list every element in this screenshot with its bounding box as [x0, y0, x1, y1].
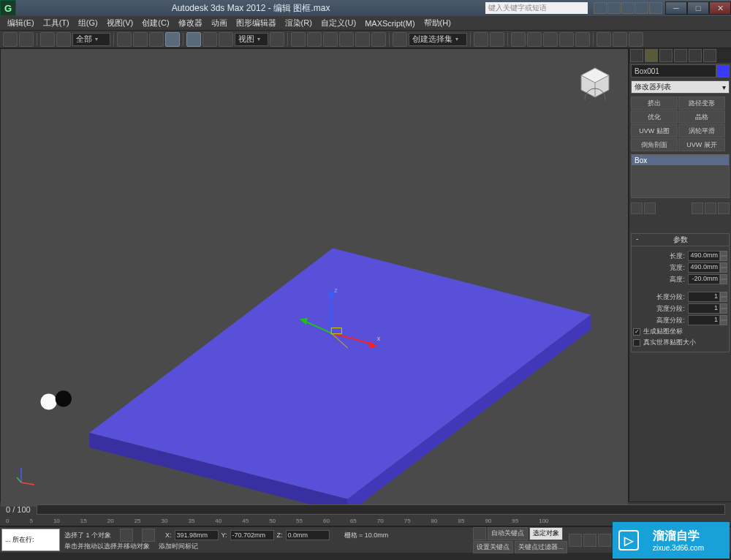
mod-uvwmap[interactable]: UVW 贴图	[631, 124, 678, 137]
select-object-button[interactable]	[117, 32, 132, 47]
mod-optimize[interactable]: 优化	[631, 110, 678, 124]
snap-toggle-button[interactable]	[323, 32, 338, 47]
keyboard-shortcut-button[interactable]	[307, 32, 322, 47]
help-icon[interactable]	[649, 2, 662, 14]
rotate-button[interactable]	[202, 32, 217, 47]
menu-maxscript[interactable]: MAXScript(M)	[360, 19, 419, 28]
white-sphere[interactable]	[41, 393, 57, 409]
setkey-button[interactable]: 设置关键点	[473, 541, 513, 553]
menu-graph-editors[interactable]: 图形编辑器	[232, 18, 281, 29]
render-production-button[interactable]	[629, 32, 643, 47]
hierarchy-tab[interactable]	[659, 49, 673, 62]
length-input[interactable]: 490.0mm	[688, 251, 720, 261]
modifier-stack[interactable]: Box	[631, 154, 730, 198]
favorites-icon[interactable]	[635, 2, 648, 14]
modify-tab[interactable]	[645, 49, 658, 62]
select-by-name-button[interactable]	[133, 32, 148, 47]
isolate-icon[interactable]	[142, 529, 155, 542]
unlink-button[interactable]	[56, 32, 71, 47]
undo-button[interactable]	[3, 32, 18, 47]
pivot-center-button[interactable]	[270, 32, 284, 47]
maxscript-listener[interactable]: ... 所在行:	[1, 529, 60, 551]
manipulate-button[interactable]	[291, 32, 306, 47]
render-setup-button[interactable]	[596, 32, 611, 47]
real-world-checkbox[interactable]	[633, 339, 640, 347]
mod-extrude[interactable]: 挤出	[631, 97, 678, 110]
menu-rendering[interactable]: 渲染(R)	[281, 18, 317, 29]
percent-snap-button[interactable]	[355, 32, 370, 47]
y-input[interactable]: -70.702mm	[230, 530, 274, 540]
menu-modifiers[interactable]: 修改器	[174, 18, 207, 29]
add-time-tag[interactable]: 添加时间标记	[159, 542, 198, 551]
rectangle-region-button[interactable]	[149, 32, 164, 47]
edit-named-selection-button[interactable]	[393, 32, 407, 47]
app-icon[interactable]: G	[0, 0, 16, 16]
mod-uvwunwrap[interactable]: UVW 展开	[678, 138, 725, 151]
subscription-icon[interactable]	[607, 2, 621, 14]
configure-sets-icon[interactable]	[718, 203, 730, 214]
display-tab[interactable]	[689, 49, 702, 62]
width-segs-input[interactable]: 1	[688, 303, 720, 314]
spinner-up-icon[interactable]	[720, 251, 727, 256]
height-segs-input[interactable]: 1	[688, 315, 720, 325]
pin-stack-icon[interactable]	[631, 203, 643, 214]
x-input[interactable]: 391.98mm	[175, 530, 219, 540]
stack-item-box[interactable]: Box	[632, 156, 729, 165]
menu-group[interactable]: 组(G)	[74, 18, 102, 29]
mod-turbosmooth[interactable]: 涡轮平滑	[678, 124, 725, 137]
mod-bevelprofile[interactable]: 倒角剖面	[631, 138, 678, 151]
spinner-snap-button[interactable]	[371, 32, 386, 47]
utilities-tab[interactable]	[703, 49, 716, 62]
z-input[interactable]: 0.0mm	[286, 530, 330, 540]
selected-dropdown[interactable]: 选定对象	[529, 527, 563, 540]
object-color-swatch[interactable]	[716, 64, 730, 77]
align-button[interactable]	[490, 32, 504, 47]
viewport[interactable]: [ + 0 正交 ][真实 ] z x	[0, 48, 629, 502]
set-key-icon[interactable]	[473, 527, 486, 540]
menu-customize[interactable]: 自定义(U)	[317, 18, 360, 29]
layer-manager-button[interactable]	[511, 32, 526, 47]
time-slider[interactable]	[37, 504, 725, 515]
ref-coord-dropdown[interactable]: 视图	[235, 33, 268, 46]
show-end-result-icon[interactable]	[644, 203, 656, 214]
mod-lattice[interactable]: 晶格	[678, 110, 725, 124]
width-input[interactable]: 490.0mm	[688, 262, 720, 273]
material-editor-button[interactable]	[575, 32, 590, 47]
exchange-icon[interactable]	[621, 2, 635, 14]
curve-editor-button[interactable]	[543, 32, 558, 47]
prev-frame-icon[interactable]	[583, 534, 596, 547]
object-name-input[interactable]: Box001	[631, 64, 716, 77]
menu-create[interactable]: 创建(C)	[137, 18, 173, 29]
menu-tools[interactable]: 工具(T)	[39, 18, 74, 29]
window-crossing-button[interactable]	[165, 32, 180, 47]
black-sphere[interactable]	[56, 390, 72, 406]
named-selection-dropdown[interactable]: 创建选择集	[409, 33, 467, 46]
autokey-button[interactable]: 自动关键点	[488, 527, 528, 540]
selection-filter-dropdown[interactable]: 全部	[72, 33, 110, 46]
modifier-list-dropdown[interactable]: 修改器列表	[631, 80, 730, 94]
menu-animation[interactable]: 动画	[207, 18, 232, 29]
menu-edit[interactable]: 编辑(E)	[3, 18, 39, 29]
help-search-input[interactable]: 键入关键字或短语	[485, 2, 588, 14]
play-icon[interactable]	[598, 534, 611, 547]
mod-pathdeform[interactable]: 路径变形	[678, 97, 725, 110]
schematic-view-button[interactable]	[559, 32, 574, 47]
move-button[interactable]	[186, 32, 201, 47]
lock-selection-icon[interactable]	[120, 529, 133, 542]
minimize-button[interactable]: ─	[665, 1, 687, 15]
search-icon[interactable]	[594, 2, 607, 14]
key-filters-button[interactable]: 关键点过滤器...	[515, 541, 567, 553]
maximize-button[interactable]: □	[687, 1, 709, 15]
graphite-button[interactable]	[527, 32, 542, 47]
redo-button[interactable]	[19, 32, 34, 47]
create-tab[interactable]	[630, 49, 643, 62]
viewcube[interactable]	[577, 64, 613, 100]
mirror-button[interactable]	[474, 32, 488, 47]
spinner-down-icon[interactable]	[720, 256, 727, 261]
motion-tab[interactable]	[674, 49, 687, 62]
rollout-header[interactable]: 参数	[631, 233, 730, 246]
goto-start-icon[interactable]	[569, 534, 582, 547]
menu-views[interactable]: 视图(V)	[102, 18, 138, 29]
length-segs-input[interactable]: 1	[688, 292, 720, 302]
rendered-frame-button[interactable]	[613, 32, 627, 47]
